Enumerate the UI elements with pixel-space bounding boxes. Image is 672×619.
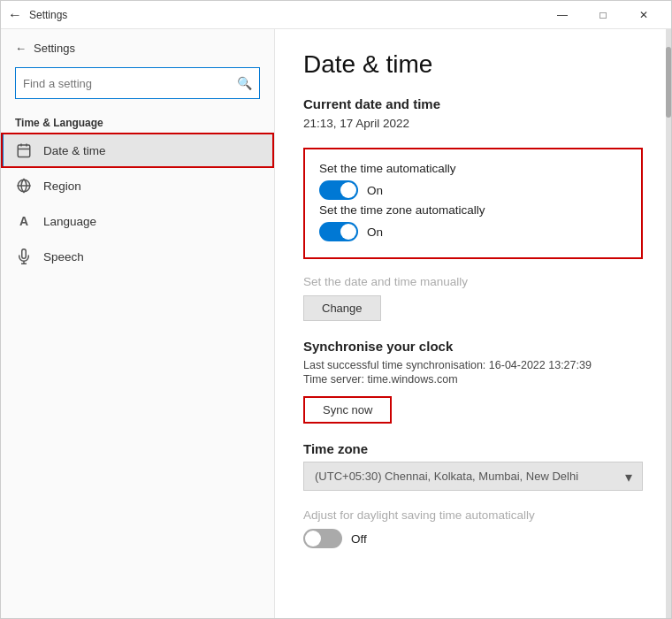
settings-window: ← Settings — □ ✕ ← Settings 🔍 Time & Lan… [0,0,672,619]
timezone-select[interactable]: (UTC+05:30) Chennai, Kolkata, Mumbai, Ne… [303,462,643,491]
sidebar-back-button[interactable]: ← Settings [1,36,274,60]
current-datetime-heading: Current date and time [303,96,643,111]
daylight-label: Adjust for daylight saving time automati… [303,508,643,522]
back-icon[interactable]: ← [8,7,22,23]
svg-rect-0 [18,145,30,157]
main-content: Date & time Current date and time 21:13,… [275,29,671,569]
search-input[interactable] [23,77,237,90]
current-datetime-value: 21:13, 17 April 2022 [303,117,643,130]
search-box: 🔍 [15,67,260,99]
search-icon: 🔍 [237,76,252,90]
timezone-select-wrapper: (UTC+05:30) Chennai, Kolkata, Mumbai, Ne… [303,462,643,491]
sync-info-1: Last successful time synchronisation: 16… [303,359,643,371]
auto-timezone-state: On [367,225,383,239]
auto-timezone-group: Set the time zone automatically On [319,203,627,241]
auto-time-group: Set the time automatically On [319,162,627,200]
title-bar-controls: — □ ✕ [542,1,664,29]
sync-section: Synchronise your clock Last successful t… [303,339,643,424]
title-bar-left: ← Settings [8,7,67,23]
auto-timezone-label: Set the time zone automatically [319,203,627,217]
daylight-section: Adjust for daylight saving time automati… [303,508,643,548]
date-time-icon [15,141,33,159]
manual-label: Set the date and time manually [303,275,643,288]
maximize-button[interactable]: □ [583,1,623,29]
sidebar-item-region[interactable]: Region [1,168,274,203]
sidebar-item-date-time-label: Date & time [43,144,106,157]
sync-now-button[interactable]: Sync now [303,396,392,424]
close-button[interactable]: ✕ [623,1,664,29]
auto-timezone-thumb [340,224,356,240]
auto-time-label: Set the time automatically [319,162,627,175]
section-label: Time & Language [1,110,274,133]
title-bar: ← Settings — □ ✕ [1,1,671,29]
minimize-button[interactable]: — [542,1,583,29]
auto-time-toggle[interactable] [319,180,358,200]
change-button[interactable]: Change [303,295,381,321]
auto-time-state: On [367,184,383,197]
sidebar-item-date-time[interactable]: Date & time [1,133,274,168]
content-area: ← Settings 🔍 Time & Language Date & time [1,29,671,618]
sidebar-item-language[interactable]: A Language [1,203,274,239]
daylight-toggle[interactable] [303,529,342,548]
daylight-toggle-row: Off [303,529,643,548]
auto-time-thumb [340,182,356,198]
back-arrow-icon: ← [15,42,27,55]
language-icon: A [15,212,33,230]
daylight-thumb [305,531,321,546]
auto-settings-box: Set the time automatically On Set the ti… [303,148,643,259]
timezone-section: Time zone (UTC+05:30) Chennai, Kolkata, … [303,441,643,491]
main-wrapper: Date & time Current date and time 21:13,… [275,29,671,618]
sync-info-2: Time server: time.windows.com [303,373,643,386]
daylight-state: Off [351,532,367,546]
speech-icon [15,248,33,265]
sidebar-item-region-label: Region [43,180,81,193]
scrollbar-track [666,29,671,618]
page-title: Date & time [303,50,643,79]
scrollbar-thumb[interactable] [666,47,671,118]
timezone-label: Time zone [303,441,643,456]
sidebar-item-speech[interactable]: Speech [1,239,274,274]
auto-timezone-toggle[interactable] [319,222,358,241]
sync-heading: Synchronise your clock [303,339,643,354]
search-box-container: 🔍 [1,60,274,110]
window-title: Settings [29,9,67,21]
sidebar-title: Settings [34,42,75,55]
auto-timezone-toggle-row: On [319,222,627,241]
sidebar: ← Settings 🔍 Time & Language Date & time [1,29,275,618]
sidebar-item-language-label: Language [43,215,96,228]
region-icon [15,177,33,195]
sidebar-item-speech-label: Speech [43,250,84,264]
auto-time-toggle-row: On [319,180,627,200]
manual-section: Set the date and time manually Change [303,275,643,321]
